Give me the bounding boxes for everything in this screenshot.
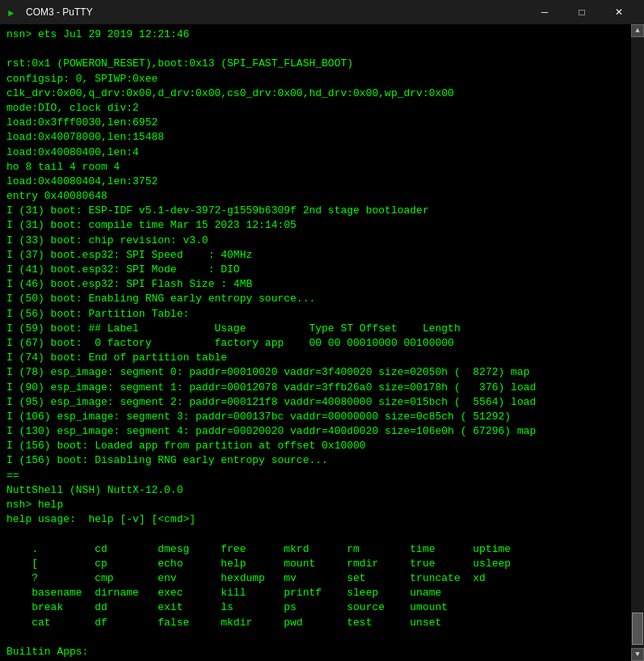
putty-icon: ► <box>6 6 19 19</box>
scrollbar-thumb[interactable] <box>632 613 643 645</box>
svg-text:►: ► <box>8 8 15 19</box>
terminal-area[interactable]: nsn> ets Jul 29 2019 12:21:46 rst:0x1 (P… <box>0 24 644 661</box>
close-button[interactable]: ✕ <box>600 0 638 24</box>
titlebar: ► COM3 - PuTTY ─ □ ✕ <box>0 0 644 24</box>
titlebar-left: ► COM3 - PuTTY <box>6 6 93 19</box>
terminal-output: nsn> ets Jul 29 2019 12:21:46 rst:0x1 (P… <box>6 27 638 661</box>
minimize-button[interactable]: ─ <box>526 0 563 24</box>
scroll-up-arrow[interactable]: ▲ <box>631 24 644 37</box>
scrollbar[interactable]: ▲ ▼ <box>631 24 644 661</box>
maximize-button[interactable]: □ <box>563 0 600 24</box>
window-title: COM3 - PuTTY <box>26 6 93 18</box>
scroll-down-arrow[interactable]: ▼ <box>631 648 644 661</box>
titlebar-controls: ─ □ ✕ <box>526 0 638 24</box>
